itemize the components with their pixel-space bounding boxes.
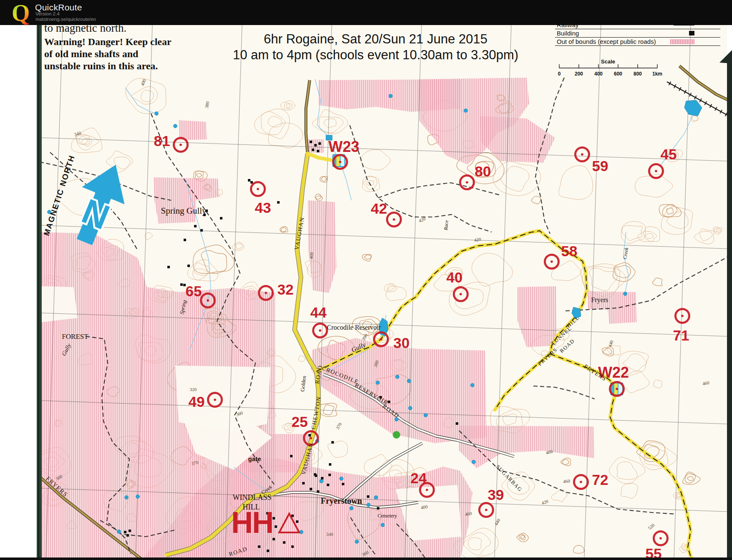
control-number: 58 xyxy=(561,243,578,259)
building-square xyxy=(329,463,331,466)
out-of-bounds-swatch xyxy=(670,39,694,44)
control-number: 71 xyxy=(673,327,689,343)
logo-letter: Q xyxy=(12,1,30,25)
map-canvas[interactable]: NMAGNETIC NORTH81W2343804259455865324044… xyxy=(0,0,732,560)
control-number: 39 xyxy=(488,487,504,503)
building-square xyxy=(312,149,314,151)
building-square xyxy=(167,266,170,268)
control-number: 24 xyxy=(411,470,427,486)
dam-dot xyxy=(350,507,353,510)
building-square xyxy=(367,495,369,498)
dam-dot xyxy=(355,540,359,544)
control-number: 45 xyxy=(661,146,677,162)
scan-edge-bottom xyxy=(0,557,732,560)
warning-text: Warning! Danger! Keep clear of old mine … xyxy=(44,36,186,72)
control-number: 43 xyxy=(255,199,271,216)
scale-tick-label: 200 xyxy=(575,71,583,77)
dam-dot xyxy=(407,379,411,383)
dam-dot xyxy=(623,292,627,296)
dam-dot xyxy=(424,414,428,417)
place-label: FOREST xyxy=(62,333,88,341)
scale-tick-label: 1km xyxy=(652,71,662,77)
dam-dot xyxy=(320,479,323,483)
building-swatch xyxy=(689,31,694,35)
place-label: WINDLASS xyxy=(233,493,272,502)
building-square xyxy=(126,534,129,537)
scan-edge-right xyxy=(727,57,732,560)
building-square xyxy=(129,530,131,532)
building-square xyxy=(283,541,285,544)
building-square xyxy=(258,545,260,548)
building-square xyxy=(124,531,126,533)
dam-dot xyxy=(174,124,177,128)
dam-dot xyxy=(117,530,121,534)
building-square xyxy=(315,474,317,477)
place-label: Cemetery xyxy=(378,513,397,519)
dam-dot xyxy=(471,383,475,387)
contour-label: 320 xyxy=(190,387,197,392)
quickroute-window: NMAGNETIC NORTH81W2343804259455865324044… xyxy=(0,0,732,560)
dam-dot xyxy=(472,460,476,464)
building-square xyxy=(456,422,458,425)
legend-label-out-of-bounds: Out of bounds (except public roads) xyxy=(557,38,656,45)
building-square xyxy=(290,455,293,457)
place-label: Spring Gully xyxy=(161,206,207,216)
place-label: Race xyxy=(443,219,449,231)
control-number: 49 xyxy=(189,394,205,410)
scale-tick-label: 600 xyxy=(614,71,622,77)
control-number: 81 xyxy=(154,133,170,149)
dam-dot xyxy=(409,406,412,410)
control-number: 42 xyxy=(371,200,387,217)
building-square xyxy=(321,477,323,479)
warning-line: unstable ruins in this area. xyxy=(44,60,186,72)
scale-tick-label: 800 xyxy=(634,71,642,77)
control-number: W23 xyxy=(328,138,359,155)
building-square xyxy=(317,490,319,493)
scale-title: Scale xyxy=(601,58,615,65)
open-area xyxy=(40,286,78,322)
place-label: gate xyxy=(248,455,261,462)
dam-dot xyxy=(300,530,303,534)
building-square xyxy=(220,217,222,219)
control-number: 40 xyxy=(447,269,463,285)
building-square xyxy=(327,484,329,486)
building-square xyxy=(314,144,317,146)
app-url[interactable]: matstroeng.se/quickroute/en xyxy=(35,17,96,22)
building-square xyxy=(291,545,294,548)
control-number: 25 xyxy=(292,414,308,430)
dam-dot xyxy=(376,381,380,385)
event-title-line2: 10 am to 4pm (schools event 10.30am to 3… xyxy=(179,48,572,63)
building-square xyxy=(184,239,186,241)
building-square xyxy=(296,520,298,523)
building-square xyxy=(308,434,311,436)
building-square xyxy=(318,142,321,145)
building-square xyxy=(310,488,312,490)
dam-dot xyxy=(125,496,129,499)
warning-line: Warning! Danger! Keep clear xyxy=(44,36,186,48)
building-square xyxy=(342,483,344,485)
building-square xyxy=(377,507,379,510)
dam-dot xyxy=(155,112,159,116)
contour-label: 400 xyxy=(308,252,314,259)
building-square xyxy=(328,474,331,476)
green-feature-dot xyxy=(393,431,400,439)
scale-tick-label: 400 xyxy=(594,71,603,77)
building-square xyxy=(317,150,319,152)
building-square xyxy=(310,141,312,143)
event-title-line1: 6hr Rogaine, Sat 20/Sun 21 June 2015 xyxy=(179,32,572,47)
place-label: HILL xyxy=(243,503,260,511)
place-label: Fryers xyxy=(591,296,608,304)
place-label: Crocodile Reservoir xyxy=(327,324,381,331)
control-number: 59 xyxy=(592,158,608,174)
dam-dot xyxy=(367,503,371,507)
app-version: Version 2.4 xyxy=(35,11,60,16)
legend-label-building: Building xyxy=(557,30,579,37)
control-number: 72 xyxy=(592,472,608,488)
control-number: 65 xyxy=(186,283,202,299)
dam-dot xyxy=(381,523,385,527)
dam-dot xyxy=(374,496,378,499)
control-number: 30 xyxy=(394,335,410,351)
building-square xyxy=(267,550,269,552)
building-square xyxy=(331,441,334,444)
building-square xyxy=(277,201,280,204)
